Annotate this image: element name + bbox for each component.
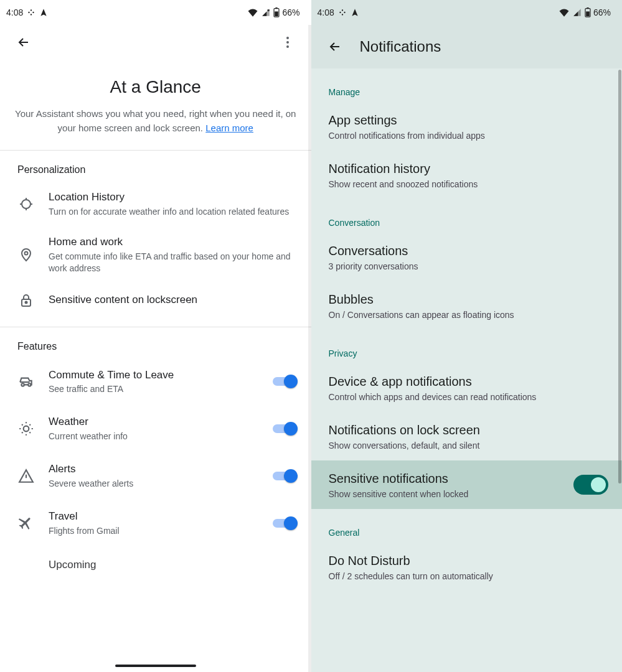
feature-desc: Severe weather alerts xyxy=(49,478,259,490)
feature-alerts[interactable]: Alerts Severe weather alerts xyxy=(0,452,311,500)
setting-title: Home and work xyxy=(49,235,299,250)
svg-point-10 xyxy=(286,41,289,44)
svg-rect-0 xyxy=(29,12,30,13)
row-desc: Show sensitive content when locked xyxy=(329,489,574,499)
svg-rect-24 xyxy=(587,7,588,9)
section-header-features: Features xyxy=(0,327,311,358)
toggle-commute[interactable] xyxy=(273,375,296,388)
feature-title: Commute & Time to Leave xyxy=(49,368,259,383)
svg-point-12 xyxy=(22,200,31,208)
toolbar: Notifications xyxy=(311,25,623,68)
setting-sensitive-lockscreen[interactable]: Sensitive content on lockscreen xyxy=(0,283,311,318)
setting-title: Location History xyxy=(49,190,299,205)
setting-notification-history[interactable]: Notification history Show recent and sno… xyxy=(311,151,623,199)
feature-desc: See traffic and ETA xyxy=(49,383,259,395)
home-indicator[interactable] xyxy=(115,665,196,667)
row-desc: Off / 2 schedules can turn on automatica… xyxy=(329,571,605,581)
feature-title: Alerts xyxy=(49,462,259,477)
setting-title: Sensitive content on lockscreen xyxy=(49,293,299,307)
feature-weather[interactable]: Weather Current weather info xyxy=(0,405,311,452)
row-title: Do Not Disturb xyxy=(329,553,605,569)
row-desc: 3 priority conversations xyxy=(329,261,605,271)
svg-point-15 xyxy=(26,301,27,303)
setting-conversations[interactable]: Conversations 3 priority conversations xyxy=(311,233,623,281)
svg-rect-21 xyxy=(344,12,345,13)
feature-desc: Current weather info xyxy=(49,431,259,442)
status-time: 4:08 xyxy=(318,7,334,17)
toggle-sensitive-notifications[interactable] xyxy=(573,475,608,495)
section-header-personalization: Personalization xyxy=(0,151,311,182)
row-title: App settings xyxy=(329,112,605,128)
toggle-alerts[interactable] xyxy=(273,469,296,483)
category-general: General xyxy=(311,509,623,543)
svg-point-11 xyxy=(286,45,289,48)
category-privacy: Privacy xyxy=(311,330,623,363)
location-crosshair-icon xyxy=(17,195,35,213)
svg-text:!: ! xyxy=(268,9,269,12)
setting-sensitive-notifications[interactable]: Sensitive notifications Show sensitive c… xyxy=(311,460,623,509)
scrollbar[interactable] xyxy=(618,70,621,483)
alert-triangle-icon xyxy=(17,467,35,485)
svg-rect-1 xyxy=(31,9,32,11)
setting-desc: Get commute info like ETA and traffic ba… xyxy=(49,251,299,274)
setting-device-app-notifications[interactable]: Device & app notifications Control which… xyxy=(311,363,623,412)
row-title: Notification history xyxy=(329,161,605,177)
setting-do-not-disturb[interactable]: Do Not Disturb Off / 2 schedules can tur… xyxy=(311,543,623,591)
overflow-menu-button[interactable] xyxy=(275,30,300,55)
feature-travel[interactable]: Travel Flights from Gmail xyxy=(0,500,311,547)
back-button[interactable] xyxy=(326,34,344,59)
slack-icon xyxy=(338,8,347,17)
setting-desc: Turn on for accurate weather info and lo… xyxy=(49,206,299,218)
toggle-travel[interactable] xyxy=(273,516,296,530)
status-battery-pct: 66% xyxy=(282,7,299,17)
status-bar: 4:08 ! 66% xyxy=(0,0,311,25)
svg-rect-3 xyxy=(31,14,32,15)
row-title: Conversations xyxy=(329,243,605,259)
row-desc: Show conversations, default, and silent xyxy=(329,441,605,450)
toggle-weather[interactable] xyxy=(273,422,296,436)
setting-notifications-lock-screen[interactable]: Notifications on lock screen Show conver… xyxy=(311,412,623,460)
svg-point-13 xyxy=(25,252,28,255)
car-icon xyxy=(17,373,35,390)
signal-icon: ! xyxy=(261,8,271,17)
svg-point-9 xyxy=(286,37,289,39)
calendar-icon xyxy=(17,557,35,574)
toolbar xyxy=(0,25,311,60)
row-title: Device & app notifications xyxy=(329,373,605,390)
setting-home-work[interactable]: Home and work Get commute info like ETA … xyxy=(0,226,311,283)
learn-more-link[interactable]: Learn more xyxy=(205,123,253,133)
setting-location-history[interactable]: Location History Turn on for accurate we… xyxy=(0,182,311,226)
svg-rect-19 xyxy=(339,12,341,13)
svg-point-17 xyxy=(28,384,31,386)
status-bar: 4:08 66% xyxy=(311,0,623,25)
setting-app-settings[interactable]: App settings Control notifications from … xyxy=(311,102,623,151)
row-desc: Show recent and snoozed notifications xyxy=(329,179,605,189)
battery-icon xyxy=(273,7,280,17)
status-battery-pct: 66% xyxy=(593,7,611,17)
airplane-icon xyxy=(17,515,35,532)
page-subtitle: Your Assistant shows you what you need, … xyxy=(0,97,311,150)
at-a-glance-screen: 4:08 ! 66% At a Glance Your Assistant sh… xyxy=(0,0,311,672)
row-desc: Control which apps and devices can read … xyxy=(329,392,605,402)
category-conversation: Conversation xyxy=(311,199,623,233)
feature-commute[interactable]: Commute & Time to Leave See traffic and … xyxy=(0,358,311,406)
row-title: Notifications on lock screen xyxy=(329,422,605,438)
feature-title: Travel xyxy=(49,510,259,524)
sun-icon xyxy=(17,420,35,437)
svg-rect-25 xyxy=(586,11,590,16)
setting-bubbles[interactable]: Bubbles On / Conversations can appear as… xyxy=(311,281,623,330)
svg-rect-22 xyxy=(342,14,343,15)
svg-rect-8 xyxy=(275,11,279,16)
row-desc: On / Conversations can appear as floatin… xyxy=(329,310,605,320)
back-button[interactable] xyxy=(11,30,36,55)
svg-point-16 xyxy=(21,384,24,386)
category-manage: Manage xyxy=(311,68,623,102)
row-title: Sensitive notifications xyxy=(329,470,574,487)
status-time: 4:08 xyxy=(6,7,23,17)
wifi-icon xyxy=(247,8,258,17)
row-title: Bubbles xyxy=(329,291,605,307)
svg-rect-7 xyxy=(276,7,278,9)
navigation-icon xyxy=(351,8,359,17)
page-title: Notifications xyxy=(360,38,441,55)
feature-upcoming[interactable]: Upcoming xyxy=(0,547,311,584)
